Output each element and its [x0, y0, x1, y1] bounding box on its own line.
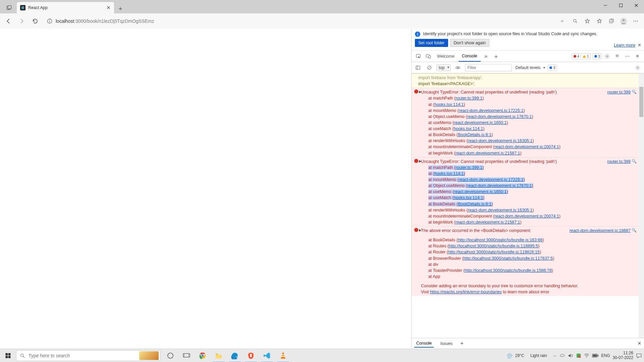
device-toggle-icon[interactable]: [424, 52, 433, 61]
read-aloud-icon[interactable]: A⁾: [557, 15, 569, 27]
brave-icon[interactable]: [243, 349, 259, 362]
search-icon[interactable]: 🔍: [632, 89, 637, 95]
task-view-icon[interactable]: [178, 349, 195, 362]
issues-badge[interactable]: 3: [548, 65, 557, 71]
context-selector[interactable]: top: [436, 64, 451, 71]
stack-link[interactable]: react-dom.development.js:17670:1: [467, 114, 532, 119]
stack-link[interactable]: react-dom.development.js:16305:1: [468, 138, 532, 143]
nav-forward-button[interactable]: [16, 15, 28, 27]
live-expression-icon[interactable]: [453, 63, 462, 72]
vscode-icon[interactable]: [259, 349, 275, 362]
file-explorer-icon[interactable]: [211, 349, 227, 362]
tab-console[interactable]: Console: [459, 51, 481, 62]
clear-console-icon[interactable]: [425, 63, 434, 72]
disclosure-icon[interactable]: ▶: [419, 89, 422, 95]
stack-link[interactable]: react-dom.development.js:20074:1: [494, 144, 559, 149]
drawer-tab-issues[interactable]: Issues: [438, 340, 454, 347]
volume-icon[interactable]: [568, 353, 573, 358]
url-bar[interactable]: localhost:3000/book/n1lezDj5TqzDmOgSSEmz: [43, 15, 402, 27]
tab-actions-button[interactable]: [3, 3, 15, 13]
react-docs-link[interactable]: https://reactjs.org/link/error-boundarie…: [430, 290, 502, 294]
stack-link[interactable]: react-dom.development.js:21587:1: [455, 220, 520, 225]
edge-icon[interactable]: [227, 349, 243, 362]
more-menu-icon[interactable]: [630, 15, 641, 27]
nav-back-button[interactable]: [3, 15, 14, 27]
notifications-icon[interactable]: [636, 353, 642, 358]
more-tabs-icon[interactable]: »: [481, 52, 491, 61]
error-count-badge[interactable]: 4: [572, 53, 581, 59]
more-icon[interactable]: [623, 52, 632, 61]
info-count-badge[interactable]: 3: [593, 53, 602, 59]
sidebar-toggle-icon[interactable]: [414, 63, 422, 72]
drawer-tab-console[interactable]: Console: [414, 340, 434, 348]
stack-link[interactable]: react-dom.development.js:17225:1: [459, 108, 523, 113]
battery-icon[interactable]: [592, 354, 599, 358]
zoom-icon[interactable]: [570, 15, 581, 27]
tab-welcome[interactable]: Welcome: [434, 51, 458, 62]
scrollbar[interactable]: [639, 73, 644, 338]
clock[interactable]: 11:26 30-07-2022: [613, 351, 633, 360]
stack-link[interactable]: react-dom.development.js:16305:1: [468, 208, 532, 213]
wifi-icon[interactable]: [584, 353, 589, 358]
stack-link[interactable]: http://localhost:3000/static/js/bundle.j…: [449, 244, 538, 248]
stack-link[interactable]: react-dom.development.js:17225:1: [459, 177, 523, 182]
stack-link[interactable]: hooks.tsx:114:1: [434, 171, 464, 176]
console-body[interactable]: import firebase from 'firebase/app'; imp…: [412, 73, 644, 338]
filter-input[interactable]: [465, 64, 512, 71]
dont-show-again-button[interactable]: Don't show again: [450, 39, 490, 47]
profile-icon[interactable]: [618, 15, 629, 27]
weather-widget[interactable]: 29°C Light rain: [506, 352, 547, 359]
stack-link[interactable]: react-dom.development.js:17670:1: [467, 183, 532, 188]
security-icon[interactable]: ✕: [576, 353, 581, 358]
devtools-close-icon[interactable]: ✕: [633, 52, 642, 61]
stack-link[interactable]: router.ts:399:1: [455, 165, 482, 170]
stack-link[interactable]: react-dom.development.js:21587:1: [455, 151, 520, 156]
notice-close-icon[interactable]: ✕: [638, 43, 641, 48]
stack-link[interactable]: hooks.tsx:114:1: [454, 126, 483, 131]
stack-link[interactable]: BookDetails.js:8:1: [458, 132, 491, 137]
nav-reload-button[interactable]: [30, 15, 41, 27]
learn-more-link[interactable]: Learn more: [614, 43, 635, 48]
cortana-icon[interactable]: [162, 349, 178, 362]
stack-link[interactable]: http://localhost:3000/static/js/bundle.j…: [458, 238, 542, 242]
set-root-folder-button[interactable]: Set root folder: [415, 39, 448, 47]
taskbar-search[interactable]: Type here to search: [16, 350, 160, 361]
add-tab-icon[interactable]: ＋: [491, 52, 501, 61]
stack-link[interactable]: hooks.tsx:114:1: [454, 195, 483, 200]
scrollbar-thumb[interactable]: [639, 87, 643, 117]
stack-link[interactable]: hooks.tsx:114:1: [434, 102, 464, 107]
search-icon[interactable]: 🔍: [632, 159, 637, 164]
disclosure-icon[interactable]: ▶: [419, 159, 422, 164]
settings-gear-icon[interactable]: [602, 52, 612, 61]
stack-link[interactable]: http://localhost:3000/static/js/bundle.j…: [465, 268, 552, 273]
site-info-icon[interactable]: [47, 18, 52, 24]
tray-chevron-icon[interactable]: ︿: [553, 353, 557, 358]
inspect-element-icon[interactable]: [414, 52, 423, 61]
new-tab-button[interactable]: ＋: [115, 3, 125, 13]
favorites-add-icon[interactable]: +: [594, 15, 605, 27]
chrome-icon[interactable]: [195, 349, 211, 362]
levels-selector[interactable]: Default levels: [515, 65, 545, 71]
feedback-icon[interactable]: [612, 52, 622, 61]
warning-count-badge[interactable]: 1: [581, 53, 591, 59]
window-minimize-button[interactable]: [598, 0, 613, 11]
language-indicator[interactable]: ENG: [601, 353, 610, 358]
favorites-star-icon[interactable]: [582, 15, 593, 27]
vlc-icon[interactable]: [275, 349, 291, 362]
disclosure-icon[interactable]: ▶: [419, 228, 422, 233]
source-link[interactable]: router.ts:399: [607, 159, 631, 165]
collections-icon[interactable]: [606, 15, 617, 27]
browser-tab[interactable]: React App ✕: [17, 2, 114, 13]
onedrive-icon[interactable]: [560, 354, 565, 358]
start-button[interactable]: [0, 349, 16, 362]
stack-link[interactable]: BookDetails.js:8:1: [458, 202, 491, 206]
window-maximize-button[interactable]: [613, 0, 629, 11]
stack-link[interactable]: http://localhost:3000/static/js/bundle.j…: [448, 250, 540, 254]
search-icon[interactable]: 🔍: [632, 228, 637, 233]
source-link[interactable]: react-dom.development.js:18687: [570, 228, 631, 234]
stack-link[interactable]: react.development.js:1650:1: [454, 120, 506, 125]
stack-link[interactable]: react.development.js:1650:1: [454, 189, 506, 194]
close-tab-icon[interactable]: ✕: [106, 5, 111, 11]
stack-link[interactable]: router.ts:399:1: [455, 96, 482, 101]
drawer-add-icon[interactable]: ＋: [459, 340, 465, 347]
